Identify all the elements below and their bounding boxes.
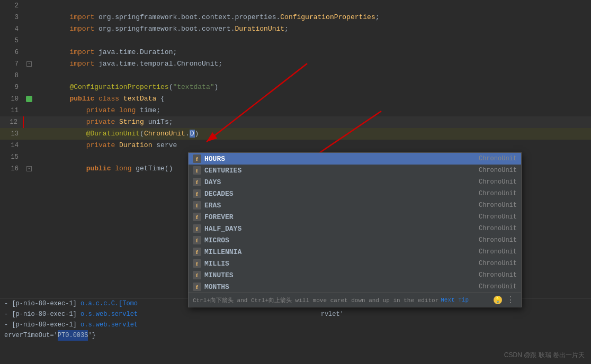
console-line-4: erverTimeOut='PT0.003S'}: [0, 330, 591, 341]
line-num-14: 14: [0, 140, 24, 151]
autocomplete-dropdown: f HOURS ChronoUnit f CENTURIES ChronoUni…: [188, 152, 522, 307]
ac-item-centuries[interactable]: f CENTURIES ChronoUnit: [189, 165, 521, 176]
footer-hint-text: Ctrl+向下箭头 and Ctrl+向上箭头 will move caret …: [193, 296, 438, 304]
fold-icon-16[interactable]: -: [26, 166, 32, 171]
ac-item-type-millennia: ChronoUnit: [479, 248, 517, 256]
ac-field-icon-minutes: f: [193, 271, 201, 279]
ac-item-eras[interactable]: f ERAS ChronoUnit: [189, 199, 521, 211]
ac-field-icon-micros: f: [193, 236, 201, 244]
ac-item-name-months: MONTHS: [204, 283, 479, 291]
ac-item-type-centuries: ChronoUnit: [479, 167, 517, 174]
ac-item-type-months: ChronoUnit: [479, 283, 517, 290]
ac-item-name-millis: MILLIS: [204, 260, 479, 268]
ac-item-type-minutes: ChronoUnit: [479, 271, 517, 279]
ac-field-icon-forever: f: [193, 213, 201, 221]
ac-field-icon-half-days: f: [193, 224, 201, 233]
ac-item-type-decades: ChronoUnit: [479, 190, 517, 197]
ac-item-micros[interactable]: f MICROS ChronoUnit: [189, 234, 521, 246]
ac-item-name-micros: MICROS: [204, 236, 479, 244]
autocomplete-footer: Ctrl+向下箭头 and Ctrl+向上箭头 will move caret …: [189, 293, 521, 307]
ac-item-name-half-days: HALF_DAYS: [204, 225, 479, 233]
code-line-4: 4 import org.springframework.boot.conver…: [0, 23, 591, 35]
fold-icon-7[interactable]: -: [26, 61, 32, 67]
code-line-14: 14 private Duration serve: [0, 140, 591, 151]
ac-item-type-days: ChronoUnit: [479, 178, 517, 186]
console-line-2: - [p-nio-80-exec-1] o.s.web.servlet rvle…: [0, 309, 591, 320]
ac-item-forever[interactable]: f FOREVER ChronoUnit: [189, 211, 521, 223]
ac-item-half-days[interactable]: f HALF_DAYS ChronoUnit: [189, 223, 521, 234]
editor-area: 2 3 import org.springframework.boot.cont…: [0, 0, 591, 364]
line-num-10: 10: [0, 93, 24, 105]
ac-item-type-micros: ChronoUnit: [479, 236, 517, 244]
gutter-10: [24, 95, 34, 103]
ac-item-name-minutes: MINUTES: [204, 271, 479, 279]
ac-item-millennia[interactable]: f MILLENNIA ChronoUnit: [189, 246, 521, 258]
gutter-7: -: [24, 61, 34, 67]
line-num-4: 4: [0, 23, 24, 35]
ac-item-type-forever: ChronoUnit: [479, 213, 517, 221]
ac-item-days[interactable]: f DAYS ChronoUnit: [189, 176, 521, 188]
line-num-5: 5: [0, 35, 24, 47]
ac-item-name-hours: HOURS: [204, 155, 479, 163]
ac-item-name-forever: FOREVER: [204, 213, 479, 221]
line-num-13: 13: [0, 128, 24, 140]
line-num-16: 16: [0, 163, 24, 175]
line-num-11: 11: [0, 105, 24, 116]
line-num-9: 9: [0, 81, 24, 93]
ac-field-icon-months: f: [193, 283, 201, 291]
console-line-3: - [p-nio-80-exec-1] o.s.web.servlet: [0, 320, 591, 330]
line-num-15: 15: [0, 151, 24, 163]
ac-field-icon-millis: f: [193, 259, 201, 268]
line-num-2: 2: [0, 0, 24, 12]
ac-item-name-eras: ERAS: [204, 202, 479, 210]
more-options-button[interactable]: ⋮: [504, 295, 517, 305]
line-num-7: 7: [0, 58, 24, 70]
ac-item-type-half-days: ChronoUnit: [479, 225, 517, 232]
line-num-3: 3: [0, 12, 24, 23]
ac-item-type-eras: ChronoUnit: [479, 202, 517, 209]
ac-item-name-days: DAYS: [204, 178, 479, 186]
gutter-16: -: [24, 166, 34, 171]
bookmark-icon-10: [25, 95, 33, 103]
line-num-8: 8: [0, 70, 24, 81]
ac-field-icon-hours: f: [193, 154, 201, 163]
ac-item-name-millennia: MILLENNIA: [204, 248, 479, 256]
ac-field-icon-eras: f: [193, 201, 201, 210]
ac-item-name-centuries: CENTURIES: [204, 167, 479, 175]
ac-item-decades[interactable]: f DECADES ChronoUnit: [189, 188, 521, 199]
ac-field-icon-millennia: f: [193, 248, 201, 256]
ac-item-type-hours: ChronoUnit: [479, 155, 517, 162]
line-num-6: 6: [0, 47, 24, 58]
ac-item-hours[interactable]: f HOURS ChronoUnit: [189, 153, 521, 165]
ac-item-months[interactable]: f MONTHS ChronoUnit: [189, 281, 521, 293]
code-line-7: 7 - import java.time.temporal.ChronoUnit…: [0, 58, 591, 70]
ac-item-minutes[interactable]: f MINUTES ChronoUnit: [189, 269, 521, 281]
watermark: CSDN @跟 耿瑞 卷出一片天: [504, 351, 585, 360]
next-tip-button[interactable]: Next Tip: [441, 297, 469, 303]
ac-item-millis[interactable]: f MILLIS ChronoUnit: [189, 258, 521, 269]
line-num-12: 12: [0, 116, 24, 128]
tip-bulb-icon: 💡: [494, 296, 502, 304]
ac-field-icon-centuries: f: [193, 166, 201, 175]
ac-item-type-millis: ChronoUnit: [479, 260, 517, 267]
ac-field-icon-days: f: [193, 178, 201, 186]
ac-item-name-decades: DECADES: [204, 190, 479, 198]
ac-field-icon-decades: f: [193, 189, 201, 198]
